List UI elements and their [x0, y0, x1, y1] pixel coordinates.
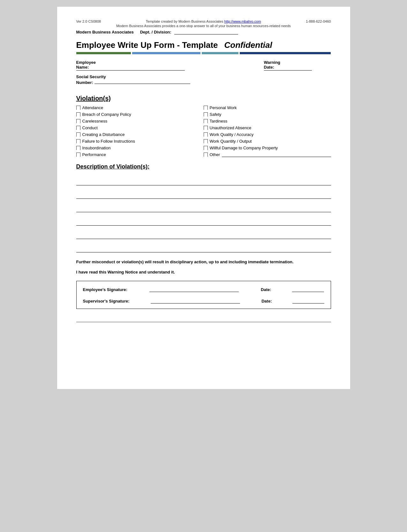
other-field[interactable] — [222, 152, 331, 157]
checkbox-willful-damage[interactable] — [204, 146, 208, 150]
violations-right-col: Personal Work Safety Tardiness Unauthori… — [204, 105, 331, 157]
item-label: Conduct — [82, 125, 98, 130]
description-title: Description of Violation(s): — [76, 163, 331, 170]
header-meta: Ver 2.0 CS0808 Template created by Moder… — [76, 19, 331, 23]
employee-name-label: EmployeeName: — [76, 60, 185, 70]
dept-field[interactable] — [174, 34, 238, 34]
description-line-4[interactable] — [76, 217, 331, 226]
list-item: Performance — [76, 152, 204, 157]
description-line-3[interactable] — [76, 203, 331, 212]
list-item: Carelessness — [76, 119, 204, 124]
checkbox-carelessness[interactable] — [76, 119, 80, 123]
checkbox-disturbance[interactable] — [76, 132, 80, 137]
violations-left-col: Attendance Breach of Company Policy Care… — [76, 105, 204, 157]
footer-warning: Further misconduct or violation(s) will … — [76, 259, 331, 265]
dept-label: Dept. / Division: — [140, 30, 238, 34]
list-item: Creating a Disturbance — [76, 132, 204, 137]
bar-blue-dark — [240, 52, 331, 54]
color-bar — [76, 52, 331, 54]
checkbox-unauthorized[interactable] — [204, 126, 208, 130]
name-warning-row: EmployeeName: WarningDate: — [76, 60, 331, 71]
list-item: Safety — [204, 112, 331, 117]
checkbox-tardiness[interactable] — [204, 119, 208, 123]
ssn-block: Social SecurityNumber: — [76, 74, 331, 85]
list-item: Work Quality / Accuracy — [204, 132, 331, 137]
emp-date-label: Date: — [261, 287, 271, 292]
company-name: Modern Business Associates — [76, 30, 134, 34]
item-label: Willful Damage to Company Property — [210, 146, 278, 150]
list-item: Unauthorized Absence — [204, 125, 331, 130]
bottom-border — [76, 322, 331, 322]
item-label: Unauthorized Absence — [210, 125, 252, 130]
description-line-2[interactable] — [76, 190, 331, 199]
list-item: Tardiness — [204, 119, 331, 124]
item-label: Other — [210, 152, 220, 157]
list-item: Work Quantity / Output — [204, 139, 331, 144]
version-label: Ver 2.0 CS0808 — [76, 19, 101, 23]
list-item: Willful Damage to Company Property — [204, 146, 331, 150]
description-section: Description of Violation(s): — [76, 163, 331, 252]
item-label: Work Quality / Accuracy — [210, 132, 254, 137]
checkbox-performance[interactable] — [76, 153, 80, 157]
phone-label: 1-888-622-0460 — [306, 19, 331, 23]
description-line-6[interactable] — [76, 244, 331, 252]
employee-name-block: EmployeeName: — [76, 60, 185, 71]
emp-date-field[interactable] — [292, 286, 324, 292]
list-item: Failure to Follow Instructions — [76, 139, 204, 144]
checkbox-personal-work[interactable] — [204, 106, 208, 110]
item-label: Attendance — [82, 105, 103, 110]
bar-teal — [202, 52, 238, 54]
item-label: Safety — [210, 112, 222, 117]
list-item: Insubordination — [76, 146, 204, 150]
item-label: Personal Work — [210, 105, 237, 110]
warning-date-field[interactable] — [264, 70, 312, 71]
template-credit: Template created by Modern Business Asso… — [146, 19, 261, 23]
sup-date-label: Date: — [261, 299, 272, 303]
violations-title: Violation(s) — [76, 95, 331, 102]
website-link[interactable]: http://www.mbahro.com — [224, 19, 261, 23]
sup-date-field[interactable] — [292, 298, 324, 303]
list-item: Personal Work — [204, 105, 331, 110]
employee-name-field[interactable] — [76, 70, 185, 71]
employee-sig-field[interactable] — [149, 286, 239, 292]
description-line-5[interactable] — [76, 230, 331, 239]
violations-grid: Attendance Breach of Company Policy Care… — [76, 105, 331, 157]
item-label: Carelessness — [82, 119, 108, 124]
supervisor-sig-row: Supervisor's Signature: Date: — [83, 298, 324, 303]
item-label: Creating a Disturbance — [82, 132, 125, 137]
violations-section: Violation(s) Attendance Breach of Compan… — [76, 95, 331, 157]
item-label: Failure to Follow Instructions — [82, 139, 135, 144]
supervisor-sig-field[interactable] — [151, 298, 240, 303]
checkbox-work-quantity[interactable] — [204, 139, 208, 143]
warning-date-block: WarningDate: — [264, 60, 312, 71]
checkbox-other[interactable] — [204, 153, 208, 157]
bar-blue-light — [132, 52, 200, 54]
list-item: Other — [204, 152, 331, 157]
confidential-label: Confidential — [224, 40, 272, 50]
checkbox-work-quality[interactable] — [204, 132, 208, 137]
item-label: Work Quantity / Output — [210, 139, 252, 144]
ssn-field[interactable] — [94, 84, 190, 84]
description-line-1[interactable] — [76, 176, 331, 185]
checkbox-insubordination[interactable] — [76, 146, 80, 150]
checkbox-attendance[interactable] — [76, 106, 80, 110]
checkbox-failure[interactable] — [76, 139, 80, 143]
checkbox-breach[interactable] — [76, 112, 80, 116]
tagline: Modern Business Associates provides a on… — [76, 24, 331, 28]
item-label: Breach of Company Policy — [82, 112, 131, 117]
company-dept-line: Modern Business Associates Dept. / Divis… — [76, 30, 331, 34]
checkbox-safety[interactable] — [204, 112, 208, 116]
item-label: Tardiness — [210, 119, 228, 124]
form-title: Employee Write Up Form - Template — [76, 40, 218, 50]
supervisor-sig-label: Supervisor's Signature: — [83, 299, 130, 303]
document-page: Ver 2.0 CS0808 Template created by Moder… — [57, 6, 350, 389]
list-item: Breach of Company Policy — [76, 112, 204, 117]
signature-box: Employee's Signature: Date: Supervisor's… — [76, 281, 331, 309]
form-title-line: Employee Write Up Form - Template Confid… — [76, 40, 331, 50]
warning-label: WarningDate: — [264, 60, 312, 70]
bar-green — [76, 52, 131, 54]
employee-sig-row: Employee's Signature: Date: — [83, 286, 324, 292]
footer-read: I have read this Warning Notice and unde… — [76, 270, 331, 274]
item-label: Insubordination — [82, 146, 111, 150]
checkbox-conduct[interactable] — [76, 126, 80, 130]
